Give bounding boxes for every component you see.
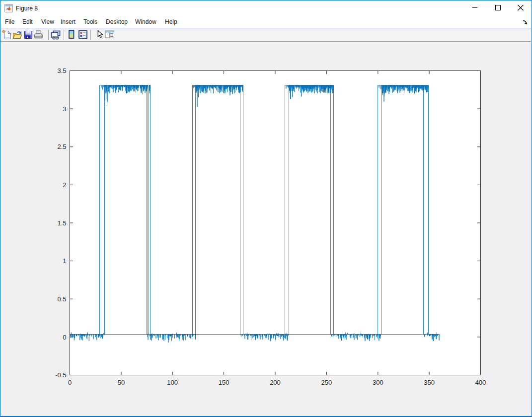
svg-text:1: 1 — [63, 257, 66, 265]
svg-text:350: 350 — [424, 379, 435, 386]
svg-text:100: 100 — [167, 379, 178, 386]
svg-text:2: 2 — [63, 181, 66, 189]
svg-text:400: 400 — [475, 379, 486, 386]
svg-text:3: 3 — [63, 105, 66, 113]
svg-text:2.5: 2.5 — [57, 143, 66, 150]
svg-text:1.5: 1.5 — [57, 219, 66, 227]
svg-text:0: 0 — [63, 334, 66, 341]
svg-text:200: 200 — [270, 379, 281, 386]
svg-text:300: 300 — [373, 379, 383, 386]
svg-text:0: 0 — [68, 379, 72, 386]
svg-text:-0.5: -0.5 — [55, 371, 66, 379]
svg-text:0.5: 0.5 — [57, 295, 66, 303]
svg-text:3.5: 3.5 — [57, 67, 66, 74]
svg-text:50: 50 — [118, 379, 125, 386]
svg-text:150: 150 — [219, 379, 229, 386]
svg-text:250: 250 — [321, 379, 332, 386]
